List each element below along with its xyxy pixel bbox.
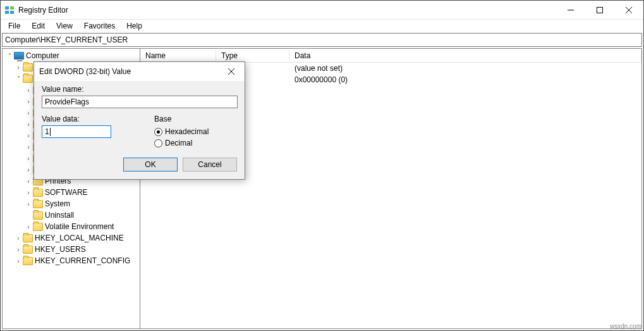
tree-label: Uninstall: [45, 211, 74, 220]
svg-rect-2: [5, 11, 9, 14]
value-name-text: ProvideFlags: [45, 97, 89, 106]
menubar: File Edit View Favorites Help: [1, 20, 643, 32]
column-header-data[interactable]: Data: [289, 50, 641, 61]
tree-item-uninstall[interactable]: › Uninstall: [5, 209, 140, 221]
chevron-right-icon[interactable]: ›: [24, 223, 33, 230]
edit-dword-dialog: Edit DWORD (32-bit) Value Value name: Pr…: [33, 61, 245, 180]
value-data-field[interactable]: 1: [42, 125, 111, 138]
radio-decimal[interactable]: Decimal: [154, 137, 209, 149]
tree-label: System: [45, 199, 70, 208]
value-name-label: Value name:: [42, 85, 237, 94]
watermark: wsxdn.com: [610, 323, 641, 330]
svg-rect-0: [5, 6, 9, 9]
value-data-text: 1: [45, 127, 49, 136]
regedit-icon: [4, 5, 15, 15]
window-title: Registry Editor: [18, 6, 556, 15]
tree-item-hklm[interactable]: › HKEY_LOCAL_MACHINE: [5, 232, 140, 244]
cell-data: 0x00000000 (0): [295, 75, 638, 84]
tree-label: HKEY_USERS: [35, 245, 86, 254]
chevron-down-icon[interactable]: ˅: [14, 75, 23, 82]
folder-icon: [23, 234, 33, 242]
menu-help[interactable]: Help: [121, 20, 147, 32]
folder-icon: [33, 211, 43, 220]
maximize-button[interactable]: [585, 1, 614, 19]
chevron-right-icon[interactable]: ›: [14, 258, 23, 265]
chevron-right-icon[interactable]: ›: [24, 189, 33, 196]
tree-label: SOFTWARE: [45, 188, 88, 197]
tree-item-volatile[interactable]: › Volatile Environment: [5, 221, 140, 232]
cancel-button[interactable]: Cancel: [183, 158, 237, 172]
folder-icon: [33, 200, 43, 208]
menu-edit[interactable]: Edit: [27, 20, 50, 32]
dialog-title: Edit DWORD (32-bit) Value: [39, 67, 218, 76]
column-header-type[interactable]: Type: [216, 50, 289, 61]
chevron-right-icon[interactable]: ›: [14, 235, 23, 242]
chevron-down-icon[interactable]: ˅: [5, 53, 14, 59]
chevron-right-icon[interactable]: ›: [14, 64, 23, 71]
minimize-button[interactable]: [556, 1, 585, 19]
computer-icon: [14, 52, 24, 59]
menu-file[interactable]: File: [3, 20, 25, 32]
tree-item-software[interactable]: › SOFTWARE: [5, 187, 140, 198]
folder-icon: [23, 63, 33, 72]
cell-data: (value not set): [295, 64, 638, 73]
address-text: Computer\HKEY_CURRENT_USER: [5, 35, 128, 44]
ok-button[interactable]: OK: [123, 158, 178, 172]
close-icon: [228, 68, 234, 75]
titlebar[interactable]: Registry Editor: [1, 1, 643, 20]
dialog-close-button[interactable]: [218, 62, 245, 81]
tree-label: HKEY_CURRENT_CONFIG: [35, 256, 130, 265]
dialog-titlebar[interactable]: Edit DWORD (32-bit) Value: [34, 62, 245, 81]
folder-icon: [23, 75, 33, 83]
close-button[interactable]: [614, 1, 643, 19]
folder-icon: [33, 189, 43, 197]
address-bar[interactable]: Computer\HKEY_CURRENT_USER: [2, 33, 642, 47]
base-group-label: Base: [154, 115, 209, 123]
tree-item-hku[interactable]: › HKEY_USERS: [5, 244, 140, 255]
folder-icon: [23, 246, 33, 254]
value-data-label: Value data:: [42, 115, 138, 123]
radio-hexadecimal[interactable]: Hexadecimal: [154, 126, 209, 137]
tree-label-computer: Computer: [26, 51, 59, 60]
list-header: Name Type Data: [140, 49, 641, 63]
tree-label: HKEY_LOCAL_MACHINE: [35, 234, 124, 242]
tree-label: Volatile Environment: [45, 222, 114, 231]
menu-favorites[interactable]: Favorites: [79, 20, 120, 32]
tree-root[interactable]: ˅ Computer: [5, 50, 140, 61]
radio-label: Decimal: [165, 139, 192, 147]
folder-icon: [33, 223, 43, 231]
text-cursor: [50, 128, 51, 136]
folder-icon: [23, 257, 33, 265]
chevron-right-icon[interactable]: ›: [24, 178, 33, 185]
svg-rect-3: [10, 11, 14, 14]
tree-item-hkcc[interactable]: › HKEY_CURRENT_CONFIG: [5, 255, 140, 266]
chevron-right-icon[interactable]: ›: [24, 201, 33, 208]
radio-icon: [154, 139, 162, 147]
svg-rect-5: [597, 7, 603, 13]
chevron-right-icon[interactable]: ›: [14, 246, 23, 253]
column-header-name[interactable]: Name: [140, 50, 216, 61]
menu-view[interactable]: View: [51, 20, 78, 32]
radio-icon: [154, 128, 162, 136]
value-name-field[interactable]: ProvideFlags: [42, 96, 238, 108]
tree-item-system[interactable]: › System: [5, 198, 140, 209]
radio-label: Hexadecimal: [165, 127, 209, 136]
svg-rect-1: [10, 6, 14, 9]
